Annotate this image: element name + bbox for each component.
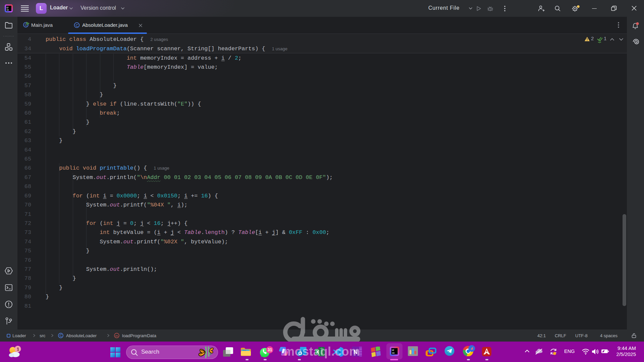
svg-text:C: C (60, 334, 62, 338)
svg-text:O: O (298, 350, 302, 356)
svg-text:X: X (316, 349, 319, 355)
svg-text:m: m (115, 334, 118, 338)
svg-text:C: C (76, 23, 78, 27)
svg-text:N: N (354, 349, 358, 355)
svg-text:IJ: IJ (392, 349, 394, 352)
svg-text:IJ: IJ (7, 6, 9, 9)
svg-text:31: 31 (268, 348, 272, 352)
svg-text:1: 1 (17, 347, 19, 352)
